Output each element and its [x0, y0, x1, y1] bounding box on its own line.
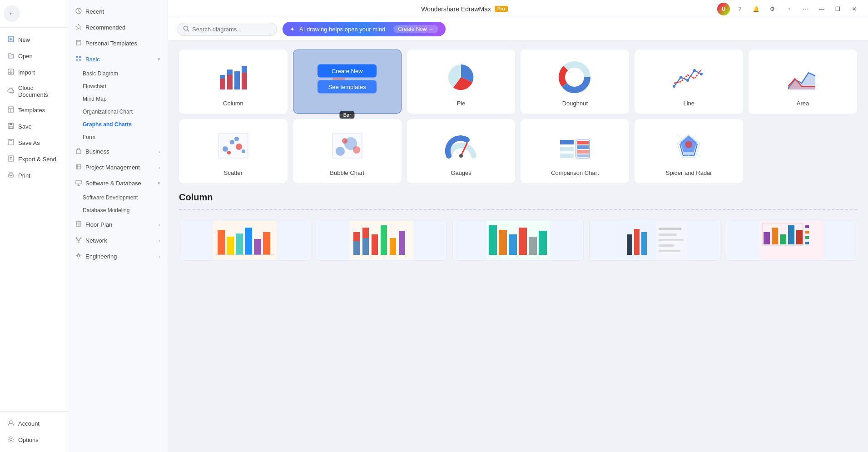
nav-item-floorplan[interactable]: Floor Plan ›: [68, 217, 168, 233]
nav-item-engineering[interactable]: Engineering ›: [68, 248, 168, 264]
template-card-3[interactable]: [452, 219, 584, 261]
close-button[interactable]: ✕: [848, 3, 861, 15]
minimize-button[interactable]: —: [815, 3, 828, 15]
nav-item-recent[interactable]: Recent: [68, 4, 168, 20]
nav-item-basic[interactable]: Basic ▾: [68, 51, 168, 67]
search-box[interactable]: [177, 23, 277, 36]
nav-sub-label-mindmap: Mind Map: [83, 96, 107, 102]
chart-card-line[interactable]: Line: [635, 50, 743, 114]
svg-rect-117: [399, 231, 405, 255]
share-button[interactable]: ↑: [783, 3, 795, 15]
svg-point-63: [673, 85, 675, 88]
sidebar-item-label-import: Import: [18, 69, 35, 76]
svg-rect-10: [10, 126, 12, 129]
nav-label-network: Network: [85, 237, 107, 244]
chart-card-scatter[interactable]: Scatter: [179, 119, 288, 183]
chart-card-bar[interactable]: Create New See templates Bar: [293, 50, 402, 114]
nav-sub-software-dev[interactable]: Software Development: [68, 191, 168, 204]
template-card-1[interactable]: [179, 219, 310, 261]
svg-rect-137: [764, 232, 770, 244]
chart-card-doughnut[interactable]: Doughnut: [521, 50, 629, 114]
nav-sub-basic-diagram[interactable]: Basic Diagram: [68, 67, 168, 80]
sidebar-item-options[interactable]: Options: [2, 432, 66, 448]
sidebar-item-export[interactable]: Export & Send: [2, 151, 66, 167]
area-icon: [754, 59, 851, 95]
chart-card-spider[interactable]: Spider and Radar: [635, 119, 743, 183]
svg-rect-113: [362, 238, 369, 255]
notifications-button[interactable]: 🔔: [750, 3, 763, 15]
nav-sub-label-software-dev: Software Development: [83, 194, 138, 201]
software-arrow-icon: ▾: [158, 180, 160, 186]
nav-item-network[interactable]: Network ›: [68, 233, 168, 248]
svg-rect-102: [218, 230, 225, 255]
saveas-icon: [7, 139, 15, 147]
nav-label-basic: Basic: [85, 56, 100, 63]
sidebar-item-cloud[interactable]: Cloud Documents: [2, 81, 66, 102]
svg-point-17: [10, 421, 12, 423]
nav-sub-flowchart[interactable]: Flowchart: [68, 80, 168, 93]
nav-sub-graphs[interactable]: Graphs and Charts: [68, 118, 168, 131]
line-icon: [640, 59, 737, 95]
nav-sub-database[interactable]: Database Modeling: [68, 204, 168, 217]
svg-point-18: [10, 438, 12, 441]
svg-rect-145: [805, 242, 809, 244]
svg-rect-120: [499, 230, 507, 255]
sidebar-item-account[interactable]: Account: [2, 416, 66, 432]
sidebar-item-save[interactable]: Save: [2, 119, 66, 134]
chart-card-gauges[interactable]: Gauges: [407, 119, 516, 183]
nav-sub-orgchart[interactable]: Organizational Chart: [68, 105, 168, 118]
chart-label-spider: Spider and Radar: [666, 169, 712, 176]
svg-rect-114: [372, 234, 378, 255]
svg-rect-104: [236, 233, 243, 255]
search-input[interactable]: [192, 26, 265, 33]
nav-sub-form[interactable]: Form: [68, 131, 168, 144]
nav-item-business[interactable]: Business ›: [68, 144, 168, 159]
chart-card-area[interactable]: Area: [749, 50, 857, 114]
sidebar-item-import[interactable]: Import: [2, 65, 66, 80]
svg-rect-27: [79, 59, 81, 61]
nav-item-recommended[interactable]: Recommended: [68, 20, 168, 35]
nav-item-software[interactable]: Software & Database ▾: [68, 175, 168, 191]
nav-item-project[interactable]: Project Management ›: [68, 159, 168, 175]
more-button[interactable]: ⋯: [799, 3, 812, 15]
see-templates-button[interactable]: See templates: [317, 80, 377, 93]
template-card-5[interactable]: [726, 219, 857, 261]
open-icon: [7, 52, 15, 60]
sidebar-item-print[interactable]: Print: [2, 168, 66, 184]
sidebar-item-saveas[interactable]: Save As: [2, 135, 66, 151]
sidebar-item-templates[interactable]: Templates: [2, 102, 66, 118]
svg-rect-54: [242, 73, 247, 89]
chart-card-comparison[interactable]: Comparison Chart: [521, 119, 629, 183]
chart-card-column[interactable]: Column: [179, 50, 288, 114]
svg-rect-122: [519, 228, 527, 255]
settings-button[interactable]: ⚙: [766, 3, 779, 15]
help-button[interactable]: ?: [734, 3, 746, 15]
chart-card-bubble[interactable]: Bubble Chart: [293, 119, 402, 183]
sidebar-item-label-templates: Templates: [18, 107, 45, 114]
chart-label-pie: Pie: [457, 100, 466, 107]
sidebar-item-label-new: New: [18, 36, 30, 43]
create-new-button[interactable]: Create New: [317, 64, 377, 77]
svg-point-74: [242, 149, 245, 153]
svg-rect-131: [659, 233, 677, 236]
nav-item-personal[interactable]: Personal Templates: [68, 35, 168, 51]
sidebar-item-open[interactable]: Open: [2, 48, 66, 64]
app-title: Wondershare EdrawMax: [421, 5, 491, 13]
template-card-4[interactable]: [589, 219, 720, 261]
ai-banner[interactable]: ✦ AI drawing helps open your mind Create…: [283, 22, 446, 36]
bubble-icon: [299, 129, 396, 165]
template-card-2[interactable]: [316, 219, 447, 261]
sidebar-item-label-account: Account: [18, 420, 40, 427]
recent-icon: [75, 8, 82, 15]
maximize-button[interactable]: ❐: [832, 3, 844, 15]
chart-card-pie[interactable]: Pie: [407, 50, 516, 114]
svg-rect-9: [10, 123, 12, 125]
nav-label-software: Software & Database: [85, 180, 141, 187]
floorplan-icon: [75, 221, 82, 228]
back-button[interactable]: ←: [4, 5, 20, 22]
svg-rect-133: [659, 244, 675, 247]
ai-banner-cta[interactable]: Create Now →: [393, 25, 438, 33]
sidebar-item-label-print: Print: [18, 172, 30, 179]
sidebar-item-new[interactable]: New: [2, 32, 66, 48]
nav-sub-mindmap[interactable]: Mind Map: [68, 93, 168, 105]
